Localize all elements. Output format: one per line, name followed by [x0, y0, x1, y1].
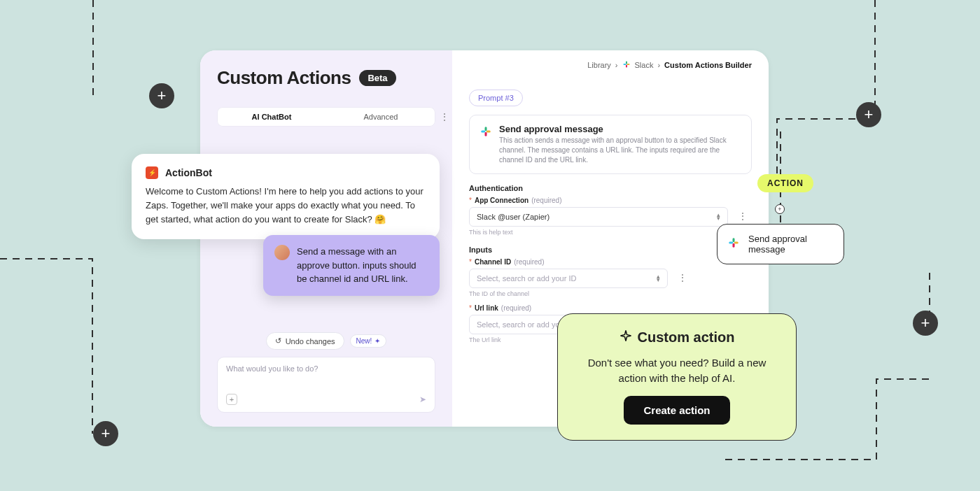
promo-title: Custom action — [638, 329, 735, 346]
user-avatar — [274, 245, 290, 260]
channel-id-label: Channel ID — [475, 258, 511, 266]
svg-rect-0 — [623, 64, 626, 65]
svg-rect-2 — [626, 62, 627, 64]
composer-send-button[interactable]: ➤ — [419, 394, 426, 404]
app-connection-more-button[interactable]: ⋮ — [734, 207, 752, 225]
tab-advanced[interactable]: Advanced — [326, 107, 435, 127]
plus-dot-icon: + — [93, 421, 118, 446]
bot-name: ActionBot — [165, 167, 212, 178]
required-asterisk: * — [469, 258, 472, 266]
promo-description: Don't see what you need? Build a new act… — [575, 355, 779, 386]
sparkle-icon — [620, 329, 632, 346]
svg-rect-10 — [733, 238, 735, 242]
channel-id-placeholder: Select, search or add your ID — [477, 274, 576, 283]
crumb-slack[interactable]: Slack — [635, 61, 654, 69]
composer-add-button[interactable]: + — [226, 394, 237, 405]
crumb-library[interactable]: Library — [587, 61, 611, 69]
svg-rect-7 — [485, 132, 487, 136]
user-message-bubble: Send a message with an approve button. i… — [263, 235, 440, 296]
channel-id-more-button[interactable]: ⋮ — [673, 269, 692, 287]
crumb-builder: Custom Actions Builder — [664, 61, 752, 69]
tab-ai-chatbot[interactable]: AI ChatBot — [217, 107, 326, 127]
svg-rect-3 — [626, 65, 627, 68]
user-message-text: Send a message with an approve button. i… — [297, 245, 428, 286]
chevron-updown-icon: ▴▾ — [657, 275, 660, 283]
action-pill: ACTION — [757, 174, 813, 192]
flow-node[interactable]: Send approval message — [717, 224, 844, 264]
svg-rect-4 — [481, 131, 485, 133]
action-card: Send approval message This action sends … — [469, 115, 752, 174]
required-tag: (required) — [501, 304, 531, 312]
breadcrumb: Library › Slack › Custom Actions Builder — [587, 60, 752, 70]
svg-rect-5 — [486, 131, 491, 133]
svg-rect-1 — [626, 64, 629, 65]
flow-node-label: Send approval message — [748, 234, 834, 255]
slack-icon — [727, 236, 740, 252]
app-connection-value: Slack @user (Zapier) — [477, 213, 550, 221]
page-title: Custom Actions — [217, 67, 351, 89]
svg-rect-9 — [734, 242, 738, 244]
prompt-chip[interactable]: Prompt #3 — [469, 90, 523, 106]
actionbot-icon: ⚡ — [146, 166, 158, 179]
app-connection-label: App Connection — [475, 197, 528, 204]
plus-dot-icon: + — [913, 311, 938, 336]
required-asterisk: * — [469, 304, 472, 312]
sparkle-icon: ✦ — [374, 337, 380, 345]
app-connection-help: This is help text — [469, 229, 752, 236]
tabbar-more-icon[interactable]: ⋮ — [440, 111, 449, 122]
plus-dot-icon: + — [856, 102, 881, 127]
svg-rect-8 — [729, 242, 733, 244]
bot-message-bubble: ⚡ ActionBot Welcome to Custom Actions! I… — [132, 154, 440, 239]
slack-icon — [479, 125, 492, 138]
inputs-heading: Inputs — [469, 246, 752, 254]
action-title: Send approval message — [499, 124, 741, 134]
new-chip[interactable]: New! ✦ — [350, 334, 387, 348]
chevron-updown-icon: ▴▾ — [717, 213, 720, 221]
composer: + ➤ — [217, 357, 435, 413]
undo-label: Undo changes — [286, 337, 335, 346]
beta-badge: Beta — [359, 70, 396, 86]
app-connection-select[interactable]: Slack @user (Zapier) ▴▾ — [469, 207, 728, 227]
channel-id-select[interactable]: Select, search or add your ID ▴▾ — [469, 269, 668, 288]
required-asterisk: * — [469, 197, 472, 204]
undo-icon: ↺ — [275, 336, 281, 346]
required-tag: (required) — [514, 258, 544, 266]
create-action-button[interactable]: Create action — [624, 396, 729, 425]
new-label: New! — [356, 337, 372, 345]
tabbar: AI ChatBot Advanced ⋮ — [217, 107, 435, 127]
composer-input[interactable] — [226, 364, 426, 373]
svg-rect-11 — [733, 243, 735, 248]
channel-id-help: The ID of the channel — [469, 290, 752, 297]
flow-add-icon[interactable]: + — [775, 204, 785, 214]
action-description: This action sends a message with an appr… — [499, 136, 741, 165]
required-tag: (required) — [531, 197, 561, 204]
slack-mini-icon — [622, 60, 631, 70]
plus-dot-icon: + — [149, 83, 174, 108]
undo-changes-button[interactable]: ↺ Undo changes — [266, 332, 344, 350]
custom-action-promo: Custom action Don't see what you need? B… — [557, 313, 797, 441]
authentication-heading: Authentication — [469, 184, 752, 192]
bot-message-text: Welcome to Custom Actions! I'm here to h… — [146, 185, 426, 227]
url-link-label: Url link — [475, 304, 498, 312]
svg-rect-6 — [485, 127, 487, 131]
